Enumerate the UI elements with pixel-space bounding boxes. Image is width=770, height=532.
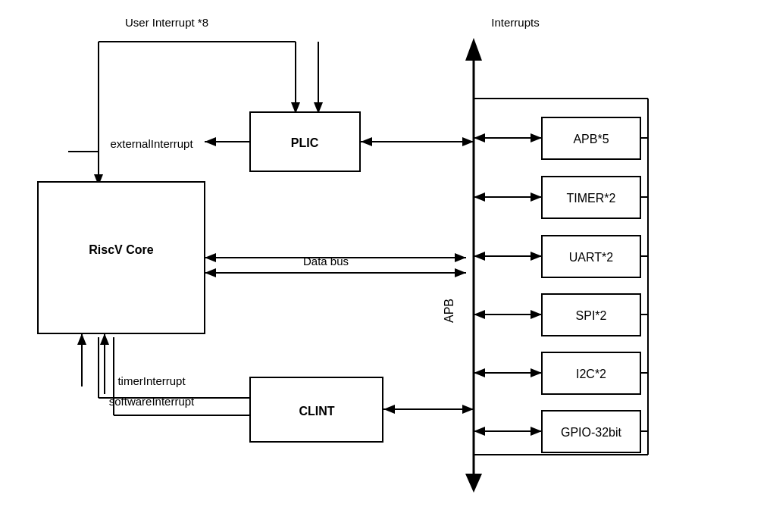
apb-label: APB <box>443 299 455 323</box>
apb5-label: APB*5 <box>573 133 609 146</box>
user-interrupt-label: User Interrupt *8 <box>125 16 208 29</box>
data-bus-label: Data bus <box>303 255 349 268</box>
external-interrupt-label: externalInterrupt <box>110 137 193 150</box>
timer2-label: TIMER*2 <box>567 192 616 205</box>
i2c2-label: I2C*2 <box>576 368 606 380</box>
gpio32-label: GPIO-32bit <box>561 426 622 439</box>
spi2-label: SPI*2 <box>576 309 607 322</box>
diagram-svg: User Interrupt *8 Interrupts externalInt… <box>0 0 770 532</box>
riscv-core-box <box>38 182 205 333</box>
uart2-label: UART*2 <box>569 251 613 264</box>
clint-label: CLINT <box>299 405 334 418</box>
interrupts-label: Interrupts <box>491 16 539 29</box>
software-interrupt-label: softwareInterrupt <box>109 395 195 408</box>
plic-label: PLIC <box>291 136 319 149</box>
riscv-core-label: RiscV Core <box>89 243 153 256</box>
timer-interrupt-label: timerInterrupt <box>117 374 186 387</box>
